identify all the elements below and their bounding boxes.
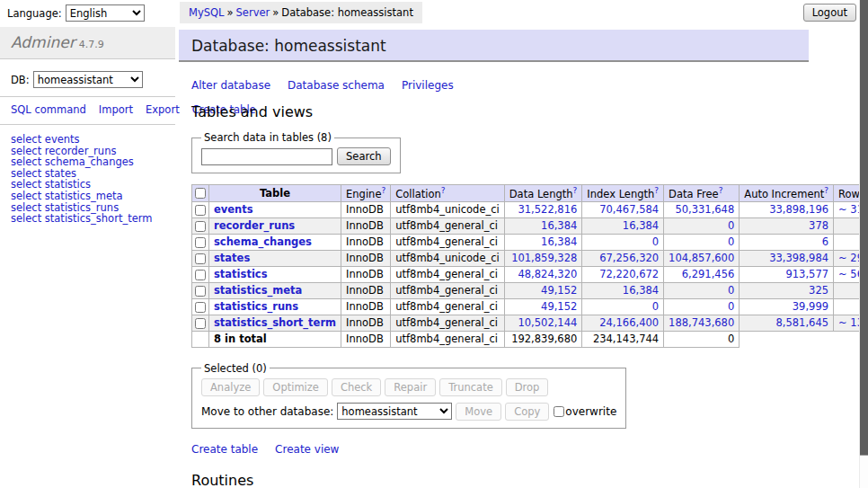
data-free-link[interactable]: 50,331,648 bbox=[675, 203, 734, 216]
auto-increment-link[interactable]: 39,999 bbox=[793, 300, 828, 313]
help-icon[interactable]: ? bbox=[719, 186, 723, 195]
data-free-link[interactable]: 6,291,456 bbox=[682, 268, 735, 280]
row-checkbox[interactable] bbox=[195, 286, 206, 297]
data-length-link[interactable]: 49,152 bbox=[541, 284, 577, 297]
data-free-link[interactable]: 104,857,600 bbox=[669, 252, 734, 264]
data-length-link[interactable]: 49,152 bbox=[541, 300, 577, 313]
help-icon[interactable]: ? bbox=[654, 186, 659, 195]
row-checkbox[interactable] bbox=[195, 302, 206, 313]
index-length-link[interactable]: 16,384 bbox=[623, 219, 659, 232]
help-icon[interactable]: ? bbox=[824, 186, 828, 195]
adminer-logo-link[interactable]: Adminer bbox=[11, 33, 75, 51]
database-schema-link[interactable]: Database schema bbox=[288, 79, 385, 92]
index-length-link[interactable]: 0 bbox=[652, 300, 659, 313]
data-free-link[interactable]: 0 bbox=[728, 284, 734, 297]
auto-increment-link[interactable]: 8,581,645 bbox=[776, 316, 829, 329]
index-length-cell: 16,384 bbox=[582, 282, 664, 298]
table-name-link[interactable]: statistics_short_term bbox=[214, 316, 336, 329]
sidebar-select-link[interactable]: select statistics_short_term bbox=[11, 213, 164, 225]
table-name-cell: statistics_runs bbox=[209, 298, 341, 315]
import-link[interactable]: Import bbox=[99, 103, 133, 116]
vertical-scrollbar[interactable] bbox=[859, 0, 868, 488]
data-length-link[interactable]: 31,522,816 bbox=[518, 203, 577, 216]
data-free-link[interactable]: 0 bbox=[728, 300, 734, 313]
repair-button[interactable]: Repair bbox=[385, 378, 436, 396]
tables-overview-table: TableEngine?Collation?Data Length?Index … bbox=[191, 184, 868, 348]
db-select[interactable]: homeassistant bbox=[33, 71, 143, 88]
table-row: eventsInnoDButf8mb4_unicode_ci31,522,816… bbox=[192, 201, 868, 217]
row-checkbox[interactable] bbox=[195, 221, 206, 232]
auto-increment-link[interactable]: 325 bbox=[809, 284, 828, 297]
table-name-link[interactable]: statistics bbox=[214, 268, 268, 280]
data-length-link[interactable]: 48,824,320 bbox=[518, 268, 577, 280]
language-select[interactable]: English bbox=[66, 4, 145, 22]
auto-increment-link[interactable]: 6 bbox=[822, 235, 828, 248]
row-checkbox[interactable] bbox=[195, 205, 206, 216]
truncate-button[interactable]: Truncate bbox=[439, 378, 502, 396]
help-icon[interactable]: ? bbox=[381, 186, 385, 195]
index-length-link[interactable]: 0 bbox=[652, 235, 659, 248]
table-name-link[interactable]: events bbox=[214, 203, 253, 216]
overwrite-checkbox[interactable] bbox=[554, 406, 564, 417]
table-name-cell: states bbox=[209, 250, 341, 266]
auto-increment-link[interactable]: 33,398,984 bbox=[769, 252, 828, 264]
search-button[interactable]: Search bbox=[337, 147, 391, 165]
data-free-link[interactable]: 0 bbox=[728, 219, 734, 232]
index-length-cell: 70,467,584 bbox=[582, 201, 664, 217]
index-length-link[interactable]: 67,256,320 bbox=[599, 252, 659, 264]
index-length-link[interactable]: 24,166,400 bbox=[599, 316, 659, 329]
optimize-button[interactable]: Optimize bbox=[263, 378, 328, 396]
table-name-link[interactable]: recorder_runs bbox=[214, 219, 295, 232]
scrollbar-thumb[interactable] bbox=[860, 0, 868, 456]
breadcrumb-link-server[interactable]: Server bbox=[236, 6, 270, 19]
row-checkbox-cell bbox=[192, 201, 209, 217]
sidebar-select-link[interactable]: select statistics_meta bbox=[11, 191, 164, 202]
move-button[interactable]: Move bbox=[456, 403, 501, 421]
alter-database-link[interactable]: Alter database bbox=[191, 79, 270, 92]
engine-cell: InnoDB bbox=[341, 315, 391, 331]
row-checkbox[interactable] bbox=[195, 270, 206, 280]
table-name-link[interactable]: schema_changes bbox=[214, 235, 312, 248]
index-length-link[interactable]: 72,220,672 bbox=[599, 268, 659, 280]
copy-button[interactable]: Copy bbox=[505, 403, 549, 421]
index-length-cell: 67,256,320 bbox=[582, 250, 664, 266]
sidebar-select-link[interactable]: select schema_changes bbox=[11, 156, 164, 168]
collation-cell: utf8mb4_general_ci bbox=[391, 298, 505, 315]
sidebar-select-link[interactable]: select events bbox=[11, 134, 164, 146]
auto-increment-link[interactable]: 913,577 bbox=[785, 268, 828, 280]
engine-cell: InnoDB bbox=[341, 250, 391, 266]
index-length-link[interactable]: 16,384 bbox=[623, 284, 659, 297]
row-checkbox[interactable] bbox=[195, 253, 206, 264]
data-length-link[interactable]: 10,502,144 bbox=[518, 316, 577, 329]
table-name-link[interactable]: statistics_runs bbox=[214, 300, 298, 313]
create-table-link-bottom[interactable]: Create table bbox=[191, 443, 258, 456]
export-link[interactable]: Export bbox=[146, 103, 180, 116]
drop-button[interactable]: Drop bbox=[506, 378, 549, 396]
data-length-link[interactable]: 16,384 bbox=[541, 219, 577, 232]
data-length-link[interactable]: 101,859,328 bbox=[511, 252, 577, 264]
tables-body: eventsInnoDButf8mb4_unicode_ci31,522,816… bbox=[192, 201, 868, 331]
auto-increment-link[interactable]: 33,898,196 bbox=[769, 203, 828, 216]
analyze-button[interactable]: Analyze bbox=[201, 378, 260, 396]
data-length-link[interactable]: 16,384 bbox=[541, 235, 577, 248]
help-icon[interactable]: ? bbox=[573, 186, 578, 195]
move-db-select[interactable]: homeassistant bbox=[337, 403, 452, 420]
privileges-link[interactable]: Privileges bbox=[402, 79, 454, 92]
data-free-link[interactable]: 0 bbox=[728, 235, 734, 248]
select-all-checkbox[interactable] bbox=[195, 188, 206, 199]
sidebar-menu-links: SQL commandImportExportCreate table bbox=[0, 103, 175, 116]
logout-button[interactable]: Logout bbox=[803, 4, 856, 22]
auto-increment-link[interactable]: 378 bbox=[809, 219, 828, 232]
breadcrumb-link-mysql[interactable]: MySQL bbox=[189, 6, 225, 19]
table-name-link[interactable]: states bbox=[214, 252, 250, 264]
row-checkbox[interactable] bbox=[195, 318, 206, 329]
data-free-link[interactable]: 188,743,680 bbox=[669, 316, 734, 329]
table-name-link[interactable]: statistics_meta bbox=[214, 284, 302, 297]
create-view-link[interactable]: Create view bbox=[275, 443, 339, 456]
sql-command-link[interactable]: SQL command bbox=[11, 103, 86, 116]
check-button[interactable]: Check bbox=[332, 378, 381, 396]
row-checkbox[interactable] bbox=[195, 237, 206, 248]
help-icon[interactable]: ? bbox=[441, 186, 446, 195]
search-input[interactable] bbox=[201, 148, 332, 165]
index-length-link[interactable]: 70,467,584 bbox=[599, 203, 659, 216]
